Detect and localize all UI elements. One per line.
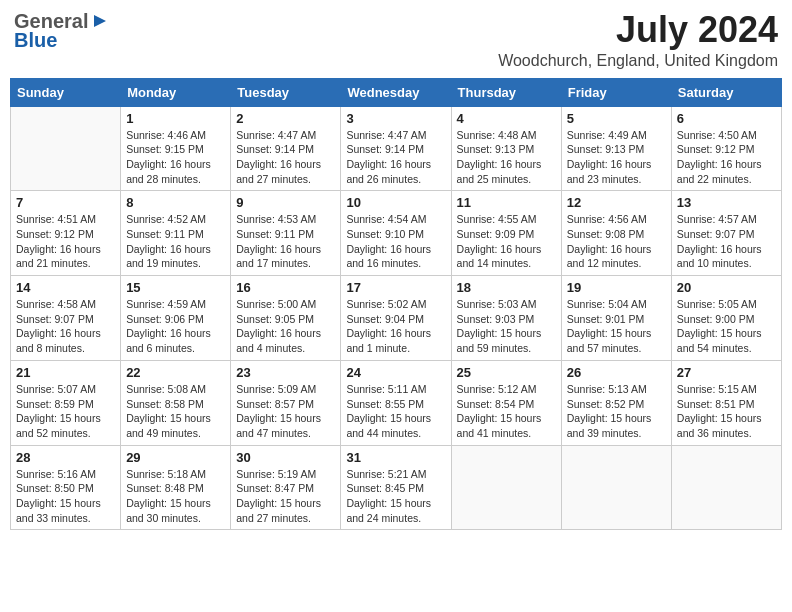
- calendar-header-row: SundayMondayTuesdayWednesdayThursdayFrid…: [11, 78, 782, 106]
- calendar-cell: 7Sunrise: 4:51 AMSunset: 9:12 PMDaylight…: [11, 191, 121, 276]
- day-number: 3: [346, 111, 445, 126]
- calendar-week-row: 21Sunrise: 5:07 AMSunset: 8:59 PMDayligh…: [11, 360, 782, 445]
- calendar-cell: 1Sunrise: 4:46 AMSunset: 9:15 PMDaylight…: [121, 106, 231, 191]
- day-number: 2: [236, 111, 335, 126]
- day-info: Sunrise: 5:19 AMSunset: 8:47 PMDaylight:…: [236, 467, 335, 526]
- day-number: 28: [16, 450, 115, 465]
- day-number: 7: [16, 195, 115, 210]
- calendar-cell: 22Sunrise: 5:08 AMSunset: 8:58 PMDayligh…: [121, 360, 231, 445]
- calendar-cell: 12Sunrise: 4:56 AMSunset: 9:08 PMDayligh…: [561, 191, 671, 276]
- day-info: Sunrise: 4:55 AMSunset: 9:09 PMDaylight:…: [457, 212, 556, 271]
- day-info: Sunrise: 5:08 AMSunset: 8:58 PMDaylight:…: [126, 382, 225, 441]
- calendar-table: SundayMondayTuesdayWednesdayThursdayFrid…: [10, 78, 782, 531]
- day-number: 23: [236, 365, 335, 380]
- day-info: Sunrise: 5:02 AMSunset: 9:04 PMDaylight:…: [346, 297, 445, 356]
- day-info: Sunrise: 5:21 AMSunset: 8:45 PMDaylight:…: [346, 467, 445, 526]
- day-info: Sunrise: 5:09 AMSunset: 8:57 PMDaylight:…: [236, 382, 335, 441]
- month-title: July 2024: [498, 10, 778, 50]
- header: General Blue July 2024 Woodchurch, Engla…: [10, 10, 782, 70]
- day-number: 9: [236, 195, 335, 210]
- day-number: 8: [126, 195, 225, 210]
- day-number: 12: [567, 195, 666, 210]
- day-info: Sunrise: 4:51 AMSunset: 9:12 PMDaylight:…: [16, 212, 115, 271]
- calendar-cell: 8Sunrise: 4:52 AMSunset: 9:11 PMDaylight…: [121, 191, 231, 276]
- col-header-wednesday: Wednesday: [341, 78, 451, 106]
- calendar-cell: 16Sunrise: 5:00 AMSunset: 9:05 PMDayligh…: [231, 276, 341, 361]
- calendar-cell: 14Sunrise: 4:58 AMSunset: 9:07 PMDayligh…: [11, 276, 121, 361]
- day-number: 22: [126, 365, 225, 380]
- calendar-cell: 31Sunrise: 5:21 AMSunset: 8:45 PMDayligh…: [341, 445, 451, 530]
- calendar-cell: [671, 445, 781, 530]
- calendar-week-row: 28Sunrise: 5:16 AMSunset: 8:50 PMDayligh…: [11, 445, 782, 530]
- calendar-cell: 5Sunrise: 4:49 AMSunset: 9:13 PMDaylight…: [561, 106, 671, 191]
- day-info: Sunrise: 4:46 AMSunset: 9:15 PMDaylight:…: [126, 128, 225, 187]
- day-number: 27: [677, 365, 776, 380]
- day-info: Sunrise: 4:47 AMSunset: 9:14 PMDaylight:…: [236, 128, 335, 187]
- day-info: Sunrise: 5:03 AMSunset: 9:03 PMDaylight:…: [457, 297, 556, 356]
- day-number: 17: [346, 280, 445, 295]
- logo: General Blue: [14, 10, 108, 52]
- day-number: 21: [16, 365, 115, 380]
- day-number: 13: [677, 195, 776, 210]
- day-info: Sunrise: 4:58 AMSunset: 9:07 PMDaylight:…: [16, 297, 115, 356]
- day-info: Sunrise: 4:56 AMSunset: 9:08 PMDaylight:…: [567, 212, 666, 271]
- calendar-cell: [11, 106, 121, 191]
- day-info: Sunrise: 4:57 AMSunset: 9:07 PMDaylight:…: [677, 212, 776, 271]
- day-number: 24: [346, 365, 445, 380]
- col-header-sunday: Sunday: [11, 78, 121, 106]
- day-info: Sunrise: 4:53 AMSunset: 9:11 PMDaylight:…: [236, 212, 335, 271]
- day-number: 15: [126, 280, 225, 295]
- day-number: 11: [457, 195, 556, 210]
- day-info: Sunrise: 5:15 AMSunset: 8:51 PMDaylight:…: [677, 382, 776, 441]
- col-header-thursday: Thursday: [451, 78, 561, 106]
- day-info: Sunrise: 4:50 AMSunset: 9:12 PMDaylight:…: [677, 128, 776, 187]
- day-info: Sunrise: 5:18 AMSunset: 8:48 PMDaylight:…: [126, 467, 225, 526]
- day-info: Sunrise: 4:49 AMSunset: 9:13 PMDaylight:…: [567, 128, 666, 187]
- day-number: 31: [346, 450, 445, 465]
- day-info: Sunrise: 4:47 AMSunset: 9:14 PMDaylight:…: [346, 128, 445, 187]
- day-info: Sunrise: 4:54 AMSunset: 9:10 PMDaylight:…: [346, 212, 445, 271]
- location-title: Woodchurch, England, United Kingdom: [498, 52, 778, 70]
- calendar-cell: 27Sunrise: 5:15 AMSunset: 8:51 PMDayligh…: [671, 360, 781, 445]
- logo-blue-text: Blue: [14, 29, 57, 52]
- logo-flag-icon: [90, 13, 108, 31]
- calendar-cell: 18Sunrise: 5:03 AMSunset: 9:03 PMDayligh…: [451, 276, 561, 361]
- day-number: 6: [677, 111, 776, 126]
- day-number: 29: [126, 450, 225, 465]
- svg-marker-0: [94, 15, 106, 27]
- calendar-cell: 26Sunrise: 5:13 AMSunset: 8:52 PMDayligh…: [561, 360, 671, 445]
- day-number: 1: [126, 111, 225, 126]
- calendar-cell: 13Sunrise: 4:57 AMSunset: 9:07 PMDayligh…: [671, 191, 781, 276]
- day-info: Sunrise: 5:13 AMSunset: 8:52 PMDaylight:…: [567, 382, 666, 441]
- calendar-cell: 23Sunrise: 5:09 AMSunset: 8:57 PMDayligh…: [231, 360, 341, 445]
- title-area: July 2024 Woodchurch, England, United Ki…: [498, 10, 778, 70]
- day-number: 26: [567, 365, 666, 380]
- day-number: 5: [567, 111, 666, 126]
- calendar-cell: 30Sunrise: 5:19 AMSunset: 8:47 PMDayligh…: [231, 445, 341, 530]
- day-info: Sunrise: 4:48 AMSunset: 9:13 PMDaylight:…: [457, 128, 556, 187]
- day-info: Sunrise: 5:04 AMSunset: 9:01 PMDaylight:…: [567, 297, 666, 356]
- calendar-cell: 20Sunrise: 5:05 AMSunset: 9:00 PMDayligh…: [671, 276, 781, 361]
- col-header-friday: Friday: [561, 78, 671, 106]
- calendar-cell: 3Sunrise: 4:47 AMSunset: 9:14 PMDaylight…: [341, 106, 451, 191]
- col-header-tuesday: Tuesday: [231, 78, 341, 106]
- day-number: 25: [457, 365, 556, 380]
- day-number: 19: [567, 280, 666, 295]
- col-header-saturday: Saturday: [671, 78, 781, 106]
- calendar-cell: 6Sunrise: 4:50 AMSunset: 9:12 PMDaylight…: [671, 106, 781, 191]
- day-info: Sunrise: 5:12 AMSunset: 8:54 PMDaylight:…: [457, 382, 556, 441]
- calendar-cell: 17Sunrise: 5:02 AMSunset: 9:04 PMDayligh…: [341, 276, 451, 361]
- day-number: 20: [677, 280, 776, 295]
- day-info: Sunrise: 4:52 AMSunset: 9:11 PMDaylight:…: [126, 212, 225, 271]
- calendar-cell: 25Sunrise: 5:12 AMSunset: 8:54 PMDayligh…: [451, 360, 561, 445]
- calendar-cell: 29Sunrise: 5:18 AMSunset: 8:48 PMDayligh…: [121, 445, 231, 530]
- day-number: 10: [346, 195, 445, 210]
- calendar-cell: 19Sunrise: 5:04 AMSunset: 9:01 PMDayligh…: [561, 276, 671, 361]
- calendar-cell: [561, 445, 671, 530]
- day-info: Sunrise: 5:11 AMSunset: 8:55 PMDaylight:…: [346, 382, 445, 441]
- calendar-cell: 9Sunrise: 4:53 AMSunset: 9:11 PMDaylight…: [231, 191, 341, 276]
- calendar-cell: [451, 445, 561, 530]
- day-info: Sunrise: 5:00 AMSunset: 9:05 PMDaylight:…: [236, 297, 335, 356]
- calendar-cell: 10Sunrise: 4:54 AMSunset: 9:10 PMDayligh…: [341, 191, 451, 276]
- calendar-cell: 15Sunrise: 4:59 AMSunset: 9:06 PMDayligh…: [121, 276, 231, 361]
